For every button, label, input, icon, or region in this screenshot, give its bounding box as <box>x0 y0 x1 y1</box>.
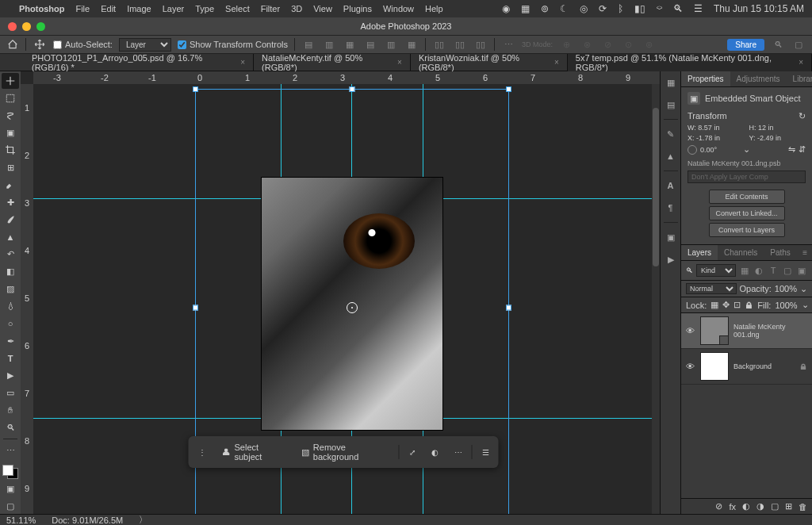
crop-tool[interactable] <box>2 143 19 159</box>
close-tab-icon[interactable]: × <box>799 58 803 67</box>
menu-layer[interactable]: Layer <box>163 4 185 13</box>
distribute-icon[interactable]: ▯▯ <box>473 37 488 52</box>
auto-select-checkbox[interactable]: Auto-Select: <box>53 40 113 49</box>
tab-adjustments[interactable]: Adjustments <box>730 71 787 86</box>
lock-all-icon[interactable]: 🔒︎ <box>745 301 753 310</box>
chevron-down-icon[interactable]: ⌄ <box>743 144 750 155</box>
layer-name[interactable]: Natalie McKenty 001.dng <box>733 323 807 339</box>
pen-tool[interactable]: ✒︎ <box>2 333 19 349</box>
tab-layers[interactable]: Layers <box>681 245 718 260</box>
x-field[interactable] <box>696 134 728 142</box>
visibility-toggle[interactable]: 👁︎ <box>686 326 695 335</box>
filter-pixel-icon[interactable]: ▦ <box>739 266 750 275</box>
width-field[interactable] <box>698 124 730 132</box>
path-select-tool[interactable]: ▶ <box>2 368 19 384</box>
brush-tool[interactable] <box>2 212 19 228</box>
delete-layer-icon[interactable]: 🗑︎ <box>799 502 807 512</box>
show-transform-checkbox[interactable]: Show Transform Controls <box>178 40 288 49</box>
clone-panel-icon[interactable]: ▲ <box>663 148 679 164</box>
move-tool[interactable] <box>2 73 19 89</box>
share-button[interactable]: Share <box>727 39 764 51</box>
more-options-button[interactable]: ⋯ <box>448 445 469 460</box>
lasso-tool[interactable] <box>2 108 19 124</box>
close-tab-icon[interactable]: × <box>240 58 245 67</box>
more-align-icon[interactable]: ⋯ <box>501 37 515 52</box>
transform-handle[interactable] <box>193 305 198 311</box>
layer-comp-dropdown[interactable]: Don't Apply Layer Comp <box>688 171 806 183</box>
workspace-icon[interactable]: ▢ <box>791 37 806 52</box>
close-tab-icon[interactable]: × <box>554 58 559 67</box>
select-subject-button[interactable]: 👤︎Select subject <box>216 439 292 465</box>
wifi-icon[interactable]: ⌔ <box>657 3 662 14</box>
auto-select-dropdown[interactable]: Layer <box>119 38 171 52</box>
document-tab[interactable]: PHOTO1201_P1_Arroyo_005.psd @ 16.7% (RGB… <box>24 54 254 71</box>
history-panel-icon[interactable]: ▣ <box>663 229 679 245</box>
status-icon[interactable]: ▦ <box>521 3 530 14</box>
align-bottom-icon[interactable]: ▦ <box>404 37 419 52</box>
lock-position-icon[interactable]: ✥ <box>722 300 730 310</box>
panel-menu-icon[interactable]: ≡ <box>798 245 812 260</box>
swatches-panel-icon[interactable]: ▤ <box>663 97 679 113</box>
visibility-toggle[interactable]: 👁︎ <box>686 362 695 371</box>
layer-fx-icon[interactable]: fx <box>729 502 736 512</box>
align-top-icon[interactable]: ▤ <box>363 37 377 52</box>
menu-window[interactable]: Window <box>383 4 414 13</box>
angle-field[interactable] <box>700 146 740 154</box>
close-tab-icon[interactable]: × <box>397 58 402 67</box>
edit-toolbar[interactable]: ⋯ <box>2 443 19 458</box>
transform-handle[interactable] <box>506 86 511 92</box>
layer-row[interactable]: 👁︎ Natalie McKenty 001.dng <box>681 313 812 349</box>
edit-contents-button[interactable]: Edit Contents <box>709 190 785 204</box>
eyedropper-tool[interactable] <box>2 177 19 193</box>
lock-artboard-icon[interactable]: ⊡ <box>733 300 741 310</box>
blend-mode-dropdown[interactable]: Normal <box>686 283 737 294</box>
stamp-tool[interactable]: ▲ <box>2 229 19 245</box>
doc-size[interactable]: Doc: 9.01M/26.5M <box>52 515 123 525</box>
layer-thumbnail[interactable] <box>700 316 729 345</box>
transform-handle[interactable] <box>506 305 511 311</box>
layer-row[interactable]: 👁︎ Background 🔒︎ <box>681 349 812 385</box>
brushes-panel-icon[interactable]: ✎ <box>663 126 679 142</box>
blur-tool[interactable]: 💧︎ <box>2 298 19 314</box>
convert-layers-button[interactable]: Convert to Layers <box>709 223 785 237</box>
flip-h-icon[interactable]: ⇋ <box>788 144 795 155</box>
align-left-icon[interactable]: ▤ <box>301 37 316 52</box>
clock[interactable]: Thu Jun 15 10:15 AM <box>714 3 804 14</box>
menu-edit[interactable]: Edit <box>101 4 116 13</box>
filter-type-icon[interactable]: T <box>768 266 779 275</box>
menu-3d[interactable]: 3D <box>291 4 302 13</box>
battery-icon[interactable]: ▮▯ <box>634 3 645 14</box>
transform-anchor[interactable] <box>347 302 358 313</box>
layer-mask-icon[interactable]: ◐ <box>742 501 750 512</box>
status-icon[interactable]: ◉ <box>502 3 510 14</box>
filter-adjust-icon[interactable]: ◐ <box>753 266 764 275</box>
healing-tool[interactable]: ✚ <box>2 194 19 210</box>
link-layers-icon[interactable]: ⊘ <box>715 501 722 512</box>
tab-channels[interactable]: Channels <box>718 245 764 260</box>
menu-view[interactable]: View <box>313 4 332 13</box>
vertical-scrollbar[interactable] <box>652 84 660 514</box>
transform-button[interactable]: ⤢ <box>403 445 422 460</box>
bluetooth-icon[interactable]: ᛒ <box>618 3 623 14</box>
color-panel-icon[interactable]: ▦ <box>663 75 679 90</box>
object-select-tool[interactable]: ▣ <box>2 125 19 141</box>
menu-filter[interactable]: Filter <box>261 4 280 13</box>
y-field[interactable] <box>757 134 789 142</box>
new-group-icon[interactable]: ▢ <box>771 501 779 512</box>
drag-handle-icon[interactable]: ⋮ <box>192 445 213 460</box>
moon-icon[interactable]: ☾ <box>560 3 569 14</box>
settings-button[interactable]: ☰ <box>476 445 496 460</box>
ruler-horizontal[interactable]: -3-2-10123456789 <box>33 71 660 84</box>
fill-field[interactable]: 100% <box>775 301 797 310</box>
menu-type[interactable]: Type <box>195 4 214 13</box>
document-tab-active[interactable]: 5x7 temp.psd @ 51.1% (Natalie McKenty 00… <box>568 54 812 71</box>
flip-v-icon[interactable]: ⇵ <box>799 144 806 155</box>
menu-image[interactable]: Image <box>127 4 151 13</box>
reset-icon[interactable]: ↻ <box>799 111 806 121</box>
sync-icon[interactable]: ⟳ <box>599 3 607 14</box>
marquee-tool[interactable] <box>2 90 19 106</box>
paragraph-panel-icon[interactable]: ¶ <box>663 200 679 216</box>
quickmask-toggle[interactable]: ▣ <box>2 481 19 496</box>
align-right-icon[interactable]: ▦ <box>343 37 357 52</box>
zoom-level[interactable]: 51.11% <box>6 515 36 525</box>
